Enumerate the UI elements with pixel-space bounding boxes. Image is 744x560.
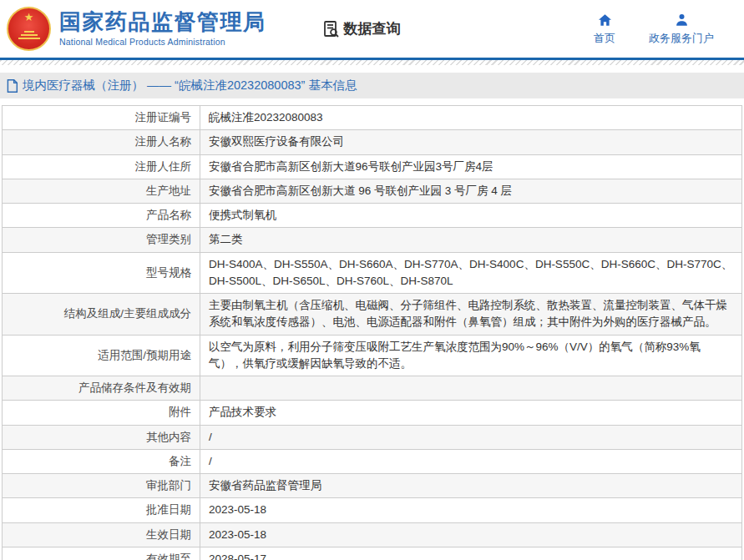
table-row: 生效日期2023-05-18 [3, 522, 742, 547]
table-row: 备注/ [3, 449, 742, 473]
header-separator-hatch [0, 60, 744, 65]
row-label: 适用范围/预期用途 [3, 335, 200, 376]
row-label: 注册证编号 [3, 106, 200, 130]
national-emblem-logo: ★ [7, 7, 51, 51]
row-value: / [200, 425, 742, 449]
breadcrumb-text: 境内医疗器械（注册） —— “皖械注准20232080083” 基本信息 [23, 78, 357, 93]
row-value: 2023-05-18 [200, 522, 742, 547]
row-value: 产品技术要求 [200, 401, 742, 425]
row-value: 主要由制氧主机（含压缩机、电磁阀、分子筛组件、电路控制系统、散热装置、流量控制装… [200, 294, 742, 335]
row-value: 安徽省合肥市高新区创新大道 96 号联创产业园 3 号厂房 4 层 [200, 179, 742, 203]
table-row: 型号规格DH-S400A、DH-S550A、DH-S660A、DH-S770A、… [3, 252, 742, 294]
table-row: 注册人住所安徽省合肥市高新区创新大道96号联创产业园3号厂房4层 [3, 154, 742, 179]
table-row: 生产地址安徽省合肥市高新区创新大道 96 号联创产业园 3 号厂房 4 层 [3, 179, 742, 203]
header-nav: 首页 政务服务门户 [594, 13, 736, 46]
row-value: 皖械注准20232080083 [200, 106, 742, 130]
row-value: / [200, 449, 742, 473]
row-value: 便携式制氧机 [200, 204, 742, 228]
table-row: 产品名称便携式制氧机 [3, 204, 742, 228]
row-label: 备注 [3, 449, 200, 473]
brand-block: 国家药品监督管理局 National Medical Products Admi… [59, 11, 266, 46]
table-row: 产品储存条件及有效期 [3, 376, 742, 401]
row-value [200, 376, 742, 401]
registration-info-table: 注册证编号皖械注准20232080083 注册人名称安徽双熙医疗设备有限公司 注… [2, 105, 742, 560]
row-value: 第二类 [200, 228, 742, 252]
table-row: 有效期至2028-05-17 [3, 547, 742, 560]
table-row: 注册证编号皖械注准20232080083 [3, 106, 742, 130]
row-label: 结构及组成/主要组成成分 [3, 294, 200, 335]
row-value: DH-S400A、DH-S550A、DH-S660A、DH-S770A、DH-S… [200, 252, 742, 294]
row-value: 2023-05-18 [200, 498, 742, 522]
row-label: 生效日期 [3, 522, 200, 547]
row-label: 批准日期 [3, 498, 200, 522]
row-label: 产品储存条件及有效期 [3, 376, 200, 401]
home-icon [597, 13, 613, 28]
emblem-gate-icon [18, 29, 40, 41]
nav-item-gov-portal[interactable]: 政务服务门户 [649, 13, 714, 46]
document-search-icon [321, 19, 342, 39]
row-value: 以空气为原料，利用分子筛变压吸附工艺生产氧浓度范围为90%～96%（V/V）的氧… [200, 335, 742, 376]
table-row: 其他内容/ [3, 425, 742, 449]
table-row: 批准日期2023-05-18 [3, 498, 742, 522]
org-name-en: National Medical Products Administration [59, 37, 266, 47]
row-label: 附件 [3, 401, 200, 425]
emblem-star-icon: ★ [24, 12, 34, 23]
row-value: 2028-05-17 [200, 547, 742, 560]
row-value: 安徽双熙医疗设备有限公司 [200, 130, 742, 154]
nav-item-home[interactable]: 首页 [594, 13, 615, 46]
breadcrumb: 境内医疗器械（注册） —— “皖械注准20232080083” 基本信息 [0, 73, 744, 98]
nav-gov-portal-label: 政务服务门户 [649, 31, 714, 46]
data-query-label: 数据查询 [344, 19, 401, 38]
table-row: 附件产品技术要求 [3, 401, 742, 425]
table-row: 适用范围/预期用途以空气为原料，利用分子筛变压吸附工艺生产氧浓度范围为90%～9… [3, 335, 742, 376]
table-row: 管理类别第二类 [3, 228, 742, 252]
header: ★ 国家药品监督管理局 National Medical Products Ad… [0, 0, 744, 58]
table-row: 审批部门安徽省药品监督管理局 [3, 474, 742, 498]
nav-home-label: 首页 [594, 31, 615, 46]
user-icon [674, 13, 690, 28]
row-label: 其他内容 [3, 425, 200, 449]
row-label: 注册人住所 [3, 154, 200, 179]
org-name-cn: 国家药品监督管理局 [59, 11, 266, 33]
table-row: 结构及组成/主要组成成分主要由制氧主机（含压缩机、电磁阀、分子筛组件、电路控制系… [3, 294, 742, 335]
table-row: 注册人名称安徽双熙医疗设备有限公司 [3, 130, 742, 154]
row-label: 管理类别 [3, 228, 200, 252]
row-value: 安徽省药品监督管理局 [200, 474, 742, 498]
row-value: 安徽省合肥市高新区创新大道96号联创产业园3号厂房4层 [200, 154, 742, 179]
row-label: 生产地址 [3, 179, 200, 203]
row-label: 审批部门 [3, 474, 200, 498]
row-label: 型号规格 [3, 252, 200, 294]
registration-info-table-wrap: 注册证编号皖械注准20232080083 注册人名称安徽双熙医疗设备有限公司 注… [2, 105, 742, 560]
page-icon [6, 79, 18, 93]
data-query-tab[interactable]: 数据查询 [321, 19, 401, 39]
row-label: 有效期至 [3, 547, 200, 560]
row-label: 产品名称 [3, 204, 200, 228]
row-label: 注册人名称 [3, 130, 200, 154]
